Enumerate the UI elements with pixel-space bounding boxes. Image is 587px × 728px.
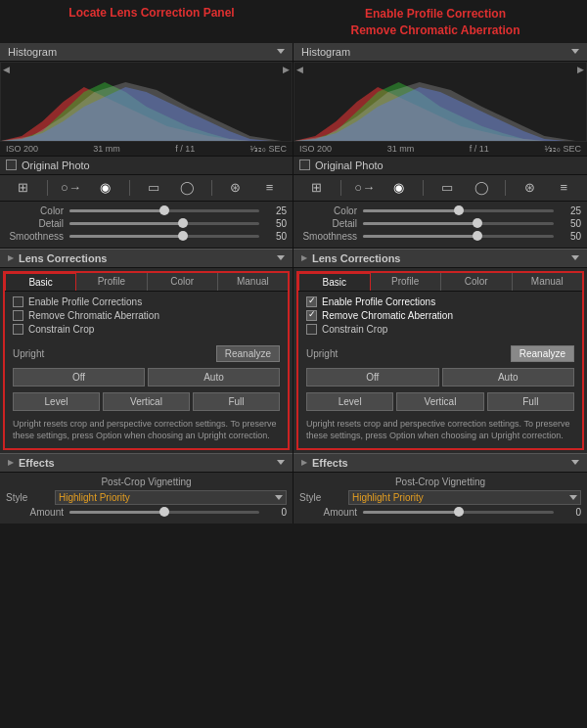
right-panel: Histogram ◀ ▶ ISO 200 31 mm f / 11 ¹⁄₃₂₀…: [294, 43, 587, 523]
detail-slider-track-left[interactable]: [69, 222, 259, 225]
enable-profile-label-left: Enable Profile Corrections: [28, 296, 142, 307]
tabs-row-right: Basic Profile Color Manual: [298, 273, 582, 292]
original-photo-label-right: Original Photo: [315, 159, 384, 171]
left-panel: Histogram ◀ ▶ ISO 200 31 mm f / 11 ¹⁄₃₂₀…: [0, 43, 294, 523]
original-photo-label-left: Original Photo: [22, 159, 90, 171]
tab-manual-right[interactable]: Manual: [513, 273, 583, 291]
style-select-left[interactable]: Highlight Priority: [55, 490, 287, 505]
smoothness-slider-label-left: Smoothness: [6, 231, 69, 242]
constrain-crop-checkbox-right[interactable]: [306, 324, 317, 335]
amount-value-left: 0: [259, 507, 287, 518]
tab-color-right[interactable]: Color: [441, 273, 513, 291]
tab-manual-left[interactable]: Manual: [218, 273, 288, 291]
upright-label-left: Upright: [13, 348, 44, 359]
lens-section-dropdown-right[interactable]: [571, 255, 579, 260]
target-tool-right[interactable]: ◉: [388, 179, 410, 197]
btn-row2-right: Level Vertical Full: [298, 389, 582, 414]
reanalyze-btn-right[interactable]: Reanalyze: [511, 345, 574, 362]
lens-section-triangle-right: ▶: [301, 253, 307, 262]
btn-vertical-left[interactable]: Vertical: [103, 392, 190, 411]
oval-tool-right[interactable]: ◯: [471, 179, 492, 197]
constrain-crop-checkbox-left[interactable]: [13, 324, 23, 335]
grid-tool-left[interactable]: ⊞: [13, 179, 34, 197]
btn-row1-right: Off Auto: [298, 365, 582, 389]
constrain-crop-row-left: Constrain Crop: [13, 324, 280, 335]
histogram-title-right: Histogram: [301, 46, 350, 58]
upright-label-right: Upright: [306, 348, 338, 359]
smoothness-slider-track-right[interactable]: [363, 235, 554, 238]
tab-basic-right[interactable]: Basic: [298, 273, 371, 291]
tab-basic-left[interactable]: Basic: [5, 273, 76, 291]
eye-tool-left[interactable]: ⊛: [225, 179, 247, 197]
tab-profile-right[interactable]: Profile: [371, 273, 442, 291]
histogram-dropdown-left[interactable]: [277, 49, 285, 54]
histogram-title-left: Histogram: [8, 46, 57, 58]
smoothness-slider-row-left: Smoothness 50: [6, 231, 287, 242]
rect-tool-left[interactable]: ▭: [143, 179, 164, 197]
detail-slider-track-right[interactable]: [363, 222, 554, 225]
lens-section-dropdown-left[interactable]: [277, 255, 285, 260]
constrain-crop-row-right: Constrain Crop: [306, 324, 574, 335]
tab-profile-left[interactable]: Profile: [76, 273, 147, 291]
sliders-section-left: Color 25 Detail 50 Smoothness: [0, 202, 293, 249]
effects-triangle-right: ▶: [301, 458, 307, 467]
enable-profile-checkbox-right[interactable]: [306, 296, 317, 307]
btn-auto-right[interactable]: Auto: [442, 368, 575, 387]
oval-tool-left[interactable]: ◯: [177, 179, 199, 197]
color-slider-track-left[interactable]: [69, 209, 259, 212]
reanalyze-btn-left[interactable]: Reanalyze: [216, 345, 280, 362]
eye-tool-right[interactable]: ⊛: [519, 179, 540, 197]
amount-row-left: Amount 0: [6, 507, 287, 518]
detail-slider-label-left: Detail: [6, 218, 69, 229]
target-tool-left[interactable]: ◉: [95, 179, 116, 197]
color-slider-value-right: 25: [554, 205, 581, 216]
btn-level-left[interactable]: Level: [13, 392, 100, 411]
smoothness-slider-row-right: Smoothness 50: [299, 231, 581, 242]
amount-slider-left[interactable]: [69, 511, 259, 514]
btn-off-left[interactable]: Off: [13, 368, 145, 387]
effects-dropdown-left[interactable]: [277, 460, 285, 465]
exif-iso-right: ISO 200: [299, 144, 332, 154]
remove-ca-checkbox-right[interactable]: [306, 310, 317, 321]
effects-content-left: Post-Crop Vignetting Style Highlight Pri…: [0, 473, 293, 523]
post-crop-label-left: Post-Crop Vignetting: [6, 477, 287, 487]
lens-section-triangle-left: ▶: [8, 253, 14, 262]
histogram-dropdown-right[interactable]: [571, 49, 579, 54]
amount-value-right: 0: [554, 507, 581, 518]
circle-tool-right[interactable]: ○→: [354, 179, 376, 197]
smoothness-slider-track-left[interactable]: [69, 235, 259, 238]
menu-tool-right[interactable]: ≡: [553, 179, 574, 197]
style-label-right: Style: [299, 492, 348, 503]
remove-ca-checkbox-left[interactable]: [13, 310, 23, 321]
btn-vertical-right[interactable]: Vertical: [396, 392, 483, 411]
tool-sep-1-left: [47, 180, 48, 196]
rect-tool-right[interactable]: ▭: [436, 179, 458, 197]
top-labels: Locate Lens Correction Panel Enable Prof…: [0, 0, 587, 43]
btn-level-right[interactable]: Level: [306, 392, 393, 411]
style-select-arrow-right: [569, 495, 577, 500]
color-slider-track-right[interactable]: [363, 209, 554, 212]
exif-f-right: f / 11: [470, 144, 489, 154]
original-photo-checkbox-right[interactable]: [299, 159, 310, 170]
btn-full-right[interactable]: Full: [487, 392, 574, 411]
lens-options-left: Enable Profile Corrections Remove Chroma…: [5, 292, 288, 342]
lens-section-title-left: Lens Corrections: [19, 252, 107, 264]
effects-triangle-left: ▶: [8, 458, 14, 467]
constrain-crop-label-right: Constrain Crop: [322, 324, 387, 335]
original-photo-checkbox-left[interactable]: [6, 159, 17, 170]
btn-off-right[interactable]: Off: [306, 368, 439, 387]
exif-sec-right: ¹⁄₃₂₀ SEC: [544, 144, 581, 154]
amount-slider-right[interactable]: [363, 511, 554, 514]
btn-full-left[interactable]: Full: [193, 392, 280, 411]
btn-auto-left[interactable]: Auto: [148, 368, 280, 387]
color-slider-value-left: 25: [259, 205, 287, 216]
effects-dropdown-right[interactable]: [571, 460, 579, 465]
menu-tool-left[interactable]: ≡: [259, 179, 281, 197]
upright-text-right: Upright resets crop and perspective corr…: [298, 414, 582, 448]
style-select-right[interactable]: Highlight Priority: [348, 490, 581, 505]
circle-tool-left[interactable]: ○→: [61, 179, 82, 197]
grid-tool-right[interactable]: ⊞: [306, 179, 328, 197]
enable-profile-checkbox-left[interactable]: [13, 296, 23, 307]
detail-slider-value-left: 50: [259, 218, 287, 229]
tab-color-left[interactable]: Color: [148, 273, 218, 291]
